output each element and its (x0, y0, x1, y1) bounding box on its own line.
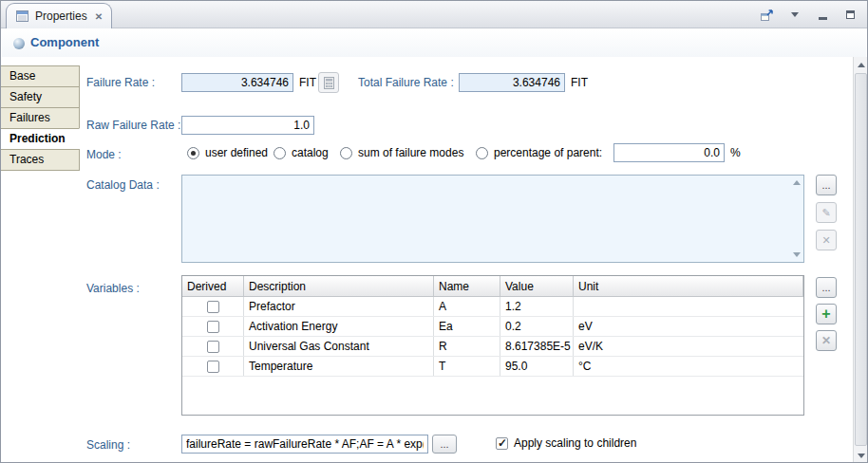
mode-radio-user-defined-label: user defined (205, 146, 268, 159)
total-failure-rate-field[interactable] (459, 73, 565, 92)
recalculate-button (318, 72, 339, 93)
mode-radio-percentage-label: percentage of parent: (494, 146, 602, 159)
view-tabbar: Properties ✕ (1, 1, 867, 28)
cell-description[interactable]: Prefactor (244, 297, 434, 316)
table-row[interactable]: Temperature T 95.0 °C (182, 357, 803, 377)
properties-view: Properties ✕ Component Base Safety Failu… (0, 0, 868, 463)
radio-icon (476, 147, 488, 159)
apply-scaling-checkbox[interactable]: Apply scaling to children (496, 436, 636, 450)
table-row[interactable]: Universal Gas Constant R 8.617385E-5 eV/… (182, 337, 803, 357)
view-toolbar (759, 1, 859, 28)
cell-value[interactable]: 8.617385E-5 (500, 337, 574, 356)
percentage-of-parent-field[interactable] (613, 143, 725, 162)
failure-rate-field[interactable] (181, 73, 293, 92)
catalog-scroll-up-icon[interactable] (793, 180, 801, 185)
derived-checkbox[interactable] (207, 301, 219, 313)
delete-icon: ✕ (821, 334, 831, 347)
tab-properties-label: Properties (35, 9, 87, 23)
total-failure-rate-unit: FIT (571, 75, 588, 90)
cell-name[interactable]: Ea (434, 317, 500, 336)
catalog-browse-button[interactable]: ... (816, 175, 837, 195)
scroll-down-icon (858, 454, 865, 458)
cell-name[interactable]: T (434, 357, 500, 376)
tab-properties[interactable]: Properties ✕ (6, 3, 112, 28)
sidebar-tab-safety[interactable]: Safety (1, 86, 80, 108)
mode-radio-sum-of-failure-modes[interactable]: sum of failure modes (340, 145, 463, 160)
sidebar-tab-prediction[interactable]: Prediction (1, 128, 80, 150)
mode-radio-percentage-of-parent[interactable]: percentage of parent: (476, 145, 602, 160)
link-with-editor-icon[interactable] (759, 7, 776, 24)
cell-unit[interactable]: eV/K (574, 337, 803, 356)
table-row[interactable]: Activation Energy Ea 0.2 eV (182, 317, 803, 337)
column-name[interactable]: Name (434, 276, 500, 296)
scroll-down-button[interactable] (854, 448, 868, 463)
catalog-clear-button: ✕ (816, 230, 837, 250)
clear-icon: ✕ (821, 234, 830, 247)
scrollbar-thumb[interactable] (855, 73, 867, 446)
derived-checkbox[interactable] (207, 341, 219, 353)
cell-value[interactable]: 95.0 (500, 357, 574, 376)
column-description[interactable]: Description (244, 276, 434, 296)
radio-icon (274, 147, 286, 159)
derived-checkbox[interactable] (207, 361, 219, 373)
minimize-icon[interactable] (814, 7, 831, 24)
page-title: Component (30, 35, 99, 49)
apply-scaling-label: Apply scaling to children (514, 436, 636, 450)
column-derived[interactable]: Derived (182, 276, 244, 296)
component-icon (13, 38, 25, 49)
failure-rate-unit: FIT (299, 75, 316, 90)
cell-name[interactable]: A (434, 297, 500, 316)
cell-unit[interactable] (574, 297, 803, 316)
cell-description[interactable]: Activation Energy (244, 317, 434, 336)
mode-radio-sum-label: sum of failure modes (358, 146, 463, 159)
cell-value[interactable]: 0.2 (500, 317, 574, 336)
cell-value[interactable]: 1.2 (500, 297, 574, 316)
cell-unit[interactable]: eV (574, 317, 803, 336)
table-row[interactable]: Prefactor A 1.2 (182, 297, 803, 317)
mode-radio-user-defined[interactable]: user defined (187, 145, 268, 160)
mode-label: Mode : (86, 147, 122, 162)
sidebar-tab-failures[interactable]: Failures (1, 107, 80, 129)
pencil-icon: ✎ (821, 207, 830, 219)
cell-description[interactable]: Universal Gas Constant (244, 337, 434, 356)
form-header: Component (2, 29, 866, 57)
delete-variable-button: ✕ (816, 330, 837, 351)
maximize-icon[interactable] (841, 7, 859, 24)
view-menu-icon[interactable] (786, 7, 803, 24)
column-unit[interactable]: Unit (574, 276, 803, 296)
vertical-scrollbar[interactable] (853, 57, 868, 463)
variables-table: Derived Description Name Value Unit Pref… (181, 275, 804, 416)
failure-rate-label: Failure Rate : (86, 75, 155, 90)
catalog-data-field[interactable] (181, 175, 804, 263)
plus-icon: + (821, 306, 830, 323)
mode-radio-catalog[interactable]: catalog (274, 145, 329, 160)
scaling-label: Scaling : (86, 437, 130, 453)
radio-icon (340, 147, 352, 159)
properties-icon (15, 9, 29, 23)
raw-failure-rate-label: Raw Failure Rate : (86, 118, 180, 133)
scaling-formula-field[interactable] (181, 435, 428, 454)
catalog-edit-button: ✎ (816, 202, 837, 223)
mode-radio-catalog-label: catalog (292, 146, 329, 159)
add-variable-button[interactable]: + (816, 304, 837, 324)
variables-browse-button[interactable]: ... (816, 277, 837, 298)
scaling-browse-button[interactable]: ... (432, 435, 457, 454)
radio-selected-icon (187, 147, 199, 159)
close-icon[interactable]: ✕ (95, 11, 103, 22)
percentage-unit: % (730, 145, 741, 160)
cell-name[interactable]: R (434, 337, 500, 356)
checkbox-checked-icon (496, 437, 508, 450)
calculator-icon (323, 77, 335, 89)
total-failure-rate-label: Total Failure Rate : (358, 75, 454, 90)
variables-label: Variables : (86, 281, 140, 296)
sidebar-tab-base[interactable]: Base (1, 65, 80, 87)
column-value[interactable]: Value (500, 276, 574, 296)
cell-unit[interactable]: °C (574, 357, 803, 376)
derived-checkbox[interactable] (207, 321, 219, 333)
cell-description[interactable]: Temperature (244, 357, 434, 376)
scroll-up-icon (858, 63, 865, 67)
raw-failure-rate-field[interactable] (181, 116, 314, 135)
scroll-up-button[interactable] (854, 57, 868, 72)
sidebar-tab-traces[interactable]: Traces (1, 149, 80, 171)
catalog-scroll-down-icon[interactable] (793, 252, 801, 257)
